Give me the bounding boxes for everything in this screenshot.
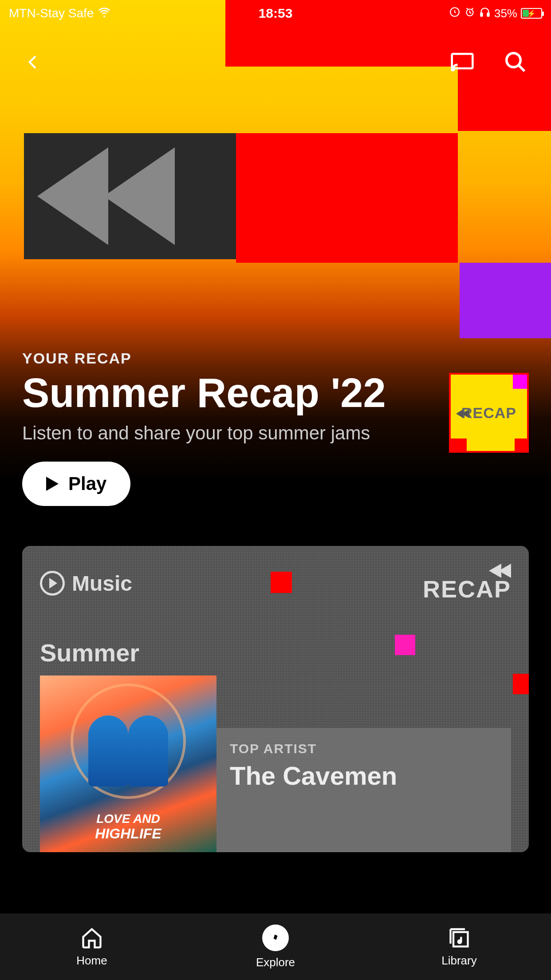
carrier-text: MTN-Stay Safe (9, 6, 94, 20)
decor-square (395, 635, 415, 655)
headphones-icon (479, 6, 491, 21)
top-artist-row: LOVE AND HIGHLIFE TOP ARTIST The Cavemen (40, 676, 511, 852)
artist-name: The Cavemen (230, 761, 498, 790)
nav-explore[interactable]: Explore (184, 913, 367, 980)
status-time: 18:53 (259, 6, 293, 21)
hero-block-red-mid (236, 133, 458, 263)
svg-point-5 (452, 68, 454, 71)
decor-square (271, 572, 292, 593)
svg-rect-2 (480, 13, 482, 16)
decor-square (513, 674, 529, 694)
rewind-triangle-icon (37, 147, 108, 245)
artist-info: TOP ARTIST The Cavemen (216, 728, 511, 852)
svg-point-9 (458, 940, 461, 943)
wifi-icon (97, 5, 111, 22)
nav-explore-label: Explore (256, 956, 295, 969)
search-button[interactable] (502, 49, 529, 75)
hero-section: YOUR RECAP Summer Recap '22 Listen to an… (0, 0, 551, 524)
compass-icon (262, 925, 289, 951)
svg-rect-3 (487, 13, 489, 16)
play-button[interactable]: Play (22, 462, 130, 506)
nav-home-label: Home (76, 954, 107, 968)
status-bar: MTN-Stay Safe 18:53 35% ⚡ (0, 0, 551, 27)
recap-card[interactable]: Music RECAP Summer LOVE AND HIGHLIFE TOP… (22, 546, 529, 852)
back-button[interactable] (22, 51, 44, 73)
cast-button[interactable] (449, 49, 476, 75)
recap-thumb-label: RECAP (461, 404, 516, 422)
nav-library-label: Library (441, 954, 476, 968)
play-icon (46, 477, 59, 491)
album-art[interactable]: LOVE AND HIGHLIFE (40, 676, 216, 852)
rewind-triangle-icon (104, 147, 175, 245)
play-label: Play (68, 473, 106, 494)
library-icon (448, 926, 471, 949)
nav-library[interactable]: Library (367, 913, 551, 980)
nav-home[interactable]: Home (0, 913, 184, 980)
artist-label: TOP ARTIST (230, 741, 498, 756)
alarm-icon (464, 6, 476, 21)
music-badge: Music (40, 571, 132, 596)
status-carrier: MTN-Stay Safe (9, 5, 111, 22)
card-recap-label: RECAP (423, 564, 511, 603)
rewind-graphic (24, 133, 236, 259)
top-bar (0, 40, 551, 84)
card-season: Summer (40, 638, 511, 667)
hero-block-purple (460, 263, 551, 338)
charging-icon: ⚡ (527, 9, 536, 18)
album-title: LOVE AND HIGHLIFE (95, 812, 161, 842)
battery-icon: ⚡ (521, 8, 542, 19)
home-icon (80, 926, 103, 949)
battery-percent: 35% (494, 7, 517, 20)
recap-thumbnail[interactable]: RECAP (449, 373, 529, 453)
card-section: Music RECAP Summer LOVE AND HIGHLIFE TOP… (0, 524, 551, 874)
music-label: Music (72, 571, 132, 596)
rotation-lock-icon (449, 6, 460, 21)
status-right: 35% ⚡ (449, 6, 542, 21)
hero-eyebrow: YOUR RECAP (22, 350, 529, 367)
svg-point-6 (507, 53, 521, 67)
youtube-music-icon (40, 571, 65, 596)
bottom-nav: Home Explore Library (0, 913, 551, 980)
